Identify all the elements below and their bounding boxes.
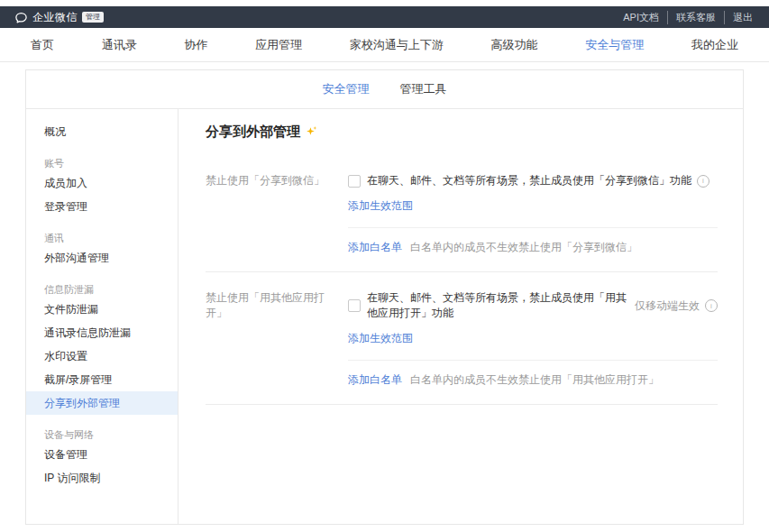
sidebar-item-share-external-management[interactable]: 分享到外部管理 bbox=[26, 391, 178, 415]
divider bbox=[348, 360, 718, 361]
wecom-logo-icon bbox=[14, 11, 28, 24]
nav-advanced-features[interactable]: 高级功能 bbox=[491, 37, 538, 53]
checkbox-suffix: 仅移动端生效 bbox=[635, 298, 700, 314]
nav-my-enterprise[interactable]: 我的企业 bbox=[691, 37, 738, 53]
sidebar-item-watermark-settings[interactable]: 水印设置 bbox=[26, 344, 178, 368]
tab-management-tools[interactable]: 管理工具 bbox=[400, 81, 447, 97]
add-scope-link[interactable]: 添加生效范围 bbox=[348, 332, 413, 344]
nav-app-management[interactable]: 应用管理 bbox=[255, 37, 302, 53]
api-docs-link[interactable]: API文档 bbox=[615, 11, 667, 24]
sidebar-item-external-communication[interactable]: 外部沟通管理 bbox=[26, 246, 178, 270]
brand: 企业微信 管理 bbox=[14, 10, 104, 25]
content-row: 概况 账号 成员加入 登录管理 通讯 外部沟通管理 信息防泄漏 文件防泄漏 通讯… bbox=[26, 109, 743, 524]
setting-body: 在聊天、邮件、文档等所有场景，禁止成员使用「分享到微信」功能 添加生效范围 添加… bbox=[348, 173, 718, 255]
sidebar-group-device-network: 设备与网络 bbox=[26, 427, 178, 443]
nav-school-upstream-downstream[interactable]: 家校沟通与上下游 bbox=[350, 37, 444, 53]
whitelist-row: 添加白名单 白名单内的成员不生效禁止使用「分享到微信」 bbox=[348, 240, 718, 255]
sidebar-item-file-leak-prevention[interactable]: 文件防泄漏 bbox=[26, 298, 178, 321]
subtabs: 安全管理 管理工具 bbox=[26, 70, 743, 109]
nav-collaboration[interactable]: 协作 bbox=[184, 37, 207, 53]
logout-link[interactable]: 退出 bbox=[724, 11, 755, 24]
nav-contacts[interactable]: 通讯录 bbox=[102, 37, 137, 53]
tab-security-management[interactable]: 安全管理 bbox=[323, 81, 370, 97]
brand-name: 企业微信 bbox=[32, 10, 78, 25]
checkbox-row: 在聊天、邮件、文档等所有场景，禁止成员使用「分享到微信」功能 bbox=[348, 173, 718, 188]
info-icon[interactable] bbox=[697, 175, 709, 188]
whitelist-note: 白名单内的成员不生效禁止使用「用其他应用打开」 bbox=[410, 372, 659, 388]
setting-label: 禁止使用「分享到微信」 bbox=[206, 173, 348, 255]
sidebar-item-overview[interactable]: 概况 bbox=[26, 120, 178, 143]
sidebar-item-contacts-leak-prevention[interactable]: 通讯录信息防泄漏 bbox=[26, 321, 178, 344]
divider bbox=[348, 227, 718, 228]
checkbox-row: 在聊天、邮件、文档等所有场景，禁止成员使用「用其他应用打开」功能 仅移动端生效 bbox=[348, 290, 718, 321]
nav-home[interactable]: 首页 bbox=[31, 37, 54, 53]
checkbox-label: 在聊天、邮件、文档等所有场景，禁止成员使用「用其他应用打开」功能 bbox=[367, 290, 629, 321]
sparkle-icon bbox=[306, 125, 317, 137]
open-with-other-apps-checkbox[interactable] bbox=[348, 299, 361, 312]
brand-badge: 管理 bbox=[82, 12, 104, 23]
nav-security-management[interactable]: 安全与管理 bbox=[585, 37, 644, 53]
sidebar-group-account: 账号 bbox=[26, 155, 178, 171]
whitelist-note: 白名单内的成员不生效禁止使用「分享到微信」 bbox=[410, 240, 637, 255]
topbar-links: API文档 联系客服 退出 bbox=[615, 11, 755, 24]
topbar: 企业微信 管理 API文档 联系客服 退出 bbox=[0, 6, 769, 28]
scope-row: 添加生效范围 bbox=[348, 331, 718, 346]
setting-open-with-other-apps: 禁止使用「用其他应用打开」 在聊天、邮件、文档等所有场景，禁止成员使用「用其他应… bbox=[206, 272, 718, 405]
whitelist-row: 添加白名单 白名单内的成员不生效禁止使用「用其他应用打开」 bbox=[348, 372, 718, 388]
sidebar-item-device-management[interactable]: 设备管理 bbox=[26, 443, 178, 466]
settings-sections: 禁止使用「分享到微信」 在聊天、邮件、文档等所有场景，禁止成员使用「分享到微信」… bbox=[206, 161, 718, 405]
info-icon[interactable] bbox=[705, 299, 718, 312]
sidebar-group-communication: 通讯 bbox=[26, 230, 178, 246]
sidebar-item-ip-restriction[interactable]: IP 访问限制 bbox=[26, 466, 178, 490]
sidebar-group-leak-prevention: 信息防泄漏 bbox=[26, 281, 178, 298]
main-nav: 首页 通讯录 协作 应用管理 家校沟通与上下游 高级功能 安全与管理 我的企业 bbox=[0, 28, 769, 62]
add-scope-link[interactable]: 添加生效范围 bbox=[348, 199, 413, 212]
page-title-row: 分享到外部管理 bbox=[206, 124, 718, 141]
setting-body: 在聊天、邮件、文档等所有场景，禁止成员使用「用其他应用打开」功能 仅移动端生效 … bbox=[348, 290, 718, 388]
contact-support-link[interactable]: 联系客服 bbox=[667, 11, 724, 24]
page-title: 分享到外部管理 bbox=[206, 124, 300, 141]
sidebar-item-login-management[interactable]: 登录管理 bbox=[26, 195, 178, 218]
add-whitelist-link[interactable]: 添加白名单 bbox=[348, 240, 402, 255]
sidebar-item-screenshot-management[interactable]: 截屏/录屏管理 bbox=[26, 368, 178, 391]
share-to-wechat-checkbox[interactable] bbox=[348, 175, 361, 188]
main-panel: 分享到外部管理 禁止使用「分享到微信」 在聊天、邮件、文档等所有场景，禁止成员使… bbox=[179, 109, 743, 524]
checkbox-label: 在聊天、邮件、文档等所有场景，禁止成员使用「分享到微信」功能 bbox=[367, 173, 691, 188]
content-container: 安全管理 管理工具 概况 账号 成员加入 登录管理 通讯 外部沟通管理 信息防泄… bbox=[25, 69, 744, 525]
scope-row: 添加生效范围 bbox=[348, 198, 718, 214]
add-whitelist-link[interactable]: 添加白名单 bbox=[348, 372, 402, 388]
setting-label: 禁止使用「用其他应用打开」 bbox=[206, 290, 348, 388]
sidebar: 概况 账号 成员加入 登录管理 通讯 外部沟通管理 信息防泄漏 文件防泄漏 通讯… bbox=[26, 109, 179, 524]
sidebar-item-member-join[interactable]: 成员加入 bbox=[26, 171, 178, 195]
setting-share-to-wechat: 禁止使用「分享到微信」 在聊天、邮件、文档等所有场景，禁止成员使用「分享到微信」… bbox=[206, 161, 718, 272]
